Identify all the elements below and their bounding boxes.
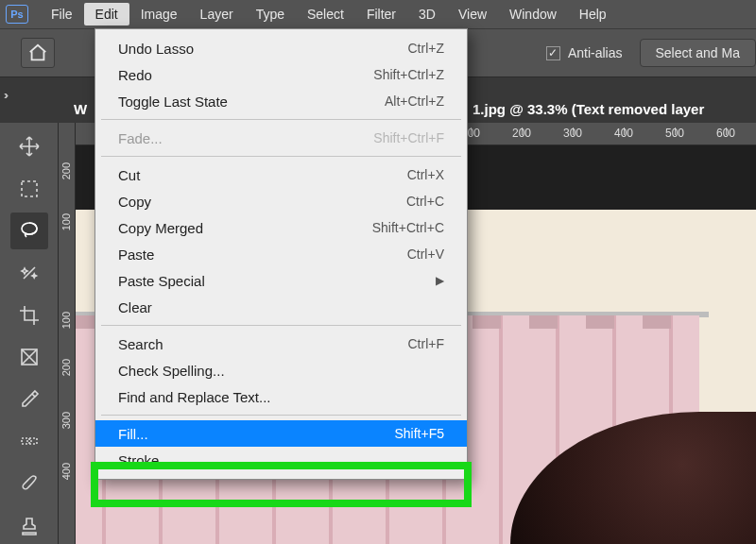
menu-view[interactable]: View xyxy=(447,3,498,26)
menu-file[interactable]: File xyxy=(40,3,84,26)
ruler-vtick: 100 xyxy=(60,213,72,230)
menu-item-undo-lasso[interactable]: Undo LassoCtrl+Z xyxy=(95,35,467,61)
select-and-mask-button[interactable]: Select and Ma xyxy=(640,39,757,67)
menu-item-copy-merged[interactable]: Copy MergedShift+Ctrl+C xyxy=(95,214,467,241)
ruler-vtick: 100 xyxy=(60,312,72,329)
home-button[interactable] xyxy=(21,38,55,68)
antialias-label: Anti-alias xyxy=(568,45,623,60)
menu-3d[interactable]: 3D xyxy=(407,3,447,26)
menu-item-label: Cut xyxy=(118,167,140,183)
menu-item-label: Paste Special xyxy=(118,273,205,289)
menu-item-clear[interactable]: Clear xyxy=(95,294,467,320)
ruler-tick: 500 xyxy=(665,127,684,140)
frame-tool[interactable] xyxy=(10,339,48,376)
menu-item-shortcut: Shift+Ctrl+F xyxy=(373,130,444,145)
crop-tool[interactable] xyxy=(10,297,48,333)
menu-item-stroke[interactable]: Stroke... xyxy=(95,447,467,473)
ruler-tick: 300 xyxy=(563,127,582,140)
svg-point-1 xyxy=(22,223,37,234)
menu-item-paste-special[interactable]: Paste Special▶ xyxy=(95,267,467,294)
antialias-checkbox[interactable]: ✓ Anti-alias xyxy=(546,45,623,60)
submenu-arrow-icon: ▶ xyxy=(436,274,444,287)
menu-item-label: Clear xyxy=(118,299,152,315)
menu-item-label: Find and Replace Text... xyxy=(118,389,270,405)
menu-separator xyxy=(101,119,461,120)
menu-item-fill[interactable]: Fill...Shift+F5 xyxy=(95,420,467,447)
menu-bar: Ps FileEditImageLayerTypeSelectFilter3DV… xyxy=(0,0,756,28)
menu-item-label: Fill... xyxy=(118,426,148,442)
menu-separator xyxy=(101,415,461,416)
menu-item-fade: Fade...Shift+Ctrl+F xyxy=(95,125,467,151)
menu-help[interactable]: Help xyxy=(568,3,618,26)
move-tool[interactable] xyxy=(10,128,48,165)
document-tab-initial: W xyxy=(74,101,87,117)
ruler-vtick: 200 xyxy=(60,359,72,376)
check-icon: ✓ xyxy=(546,46,560,60)
menu-item-shortcut: Alt+Ctrl+Z xyxy=(385,94,444,109)
menu-item-label: Fade... xyxy=(118,130,163,146)
menu-item-shortcut: Ctrl+V xyxy=(407,246,444,262)
menu-select[interactable]: Select xyxy=(296,3,355,26)
menu-item-shortcut: Shift+Ctrl+C xyxy=(372,220,444,235)
menu-item-toggle-last-state[interactable]: Toggle Last StateAlt+Ctrl+Z xyxy=(95,88,467,114)
menu-item-paste[interactable]: PasteCtrl+V xyxy=(95,241,467,267)
menu-item-find-and-replace-text[interactable]: Find and Replace Text... xyxy=(95,383,467,410)
menu-item-label: Toggle Last State xyxy=(118,94,228,110)
menu-item-label: Redo xyxy=(118,67,152,83)
healing-brush-tool[interactable] xyxy=(10,423,48,460)
menu-item-label: Stroke... xyxy=(118,452,171,468)
ruler-tick: 600 xyxy=(716,127,735,140)
menu-item-check-spelling[interactable]: Check Spelling... xyxy=(95,357,467,383)
brush-tool[interactable] xyxy=(10,466,48,502)
menu-image[interactable]: Image xyxy=(129,3,189,26)
document-tab[interactable]: 1.jpg @ 33.3% (Text removed layer xyxy=(472,101,704,117)
tools-panel xyxy=(0,123,59,544)
home-icon xyxy=(27,42,48,63)
menu-separator xyxy=(101,156,461,157)
edit-menu-dropdown: Undo LassoCtrl+ZRedoShift+Ctrl+ZToggle L… xyxy=(94,28,468,480)
ruler-vtick: 300 xyxy=(60,412,72,429)
menu-item-search[interactable]: SearchCtrl+F xyxy=(95,331,467,357)
ruler-tick: 200 xyxy=(512,127,531,140)
ruler-vtick: 200 xyxy=(60,162,72,179)
menu-item-shortcut: Ctrl+F xyxy=(408,336,445,351)
stamp-tool[interactable] xyxy=(10,507,48,544)
menu-item-label: Paste xyxy=(118,246,154,263)
menu-item-shortcut: Ctrl+X xyxy=(407,167,444,182)
menu-item-label: Search xyxy=(118,336,163,352)
menu-layer[interactable]: Layer xyxy=(189,3,245,26)
menu-separator xyxy=(101,325,461,326)
menu-item-shortcut: Shift+Ctrl+Z xyxy=(373,67,444,82)
menu-item-shortcut: Ctrl+Z xyxy=(408,41,445,56)
eyedropper-tool[interactable] xyxy=(10,382,48,418)
magic-wand-tool[interactable] xyxy=(10,255,48,292)
menu-item-redo[interactable]: RedoShift+Ctrl+Z xyxy=(95,61,467,88)
menu-item-label: Check Spelling... xyxy=(118,363,225,379)
collapse-chevrons-icon[interactable]: ›› xyxy=(4,89,6,102)
marquee-tool[interactable] xyxy=(10,171,48,208)
ruler-vtick: 400 xyxy=(60,463,72,480)
menu-window[interactable]: Window xyxy=(498,3,568,26)
svg-rect-0 xyxy=(22,181,37,196)
menu-edit[interactable]: Edit xyxy=(84,3,129,26)
menu-type[interactable]: Type xyxy=(245,3,296,26)
app-logo: Ps xyxy=(6,5,28,24)
menu-item-label: Copy Merged xyxy=(118,220,203,236)
menu-item-shortcut: Shift+F5 xyxy=(394,426,444,441)
menu-item-copy[interactable]: CopyCtrl+C xyxy=(95,188,467,214)
menu-filter[interactable]: Filter xyxy=(355,3,407,26)
vertical-ruler: 200100100200300400 xyxy=(59,123,76,544)
menu-item-shortcut: Ctrl+C xyxy=(406,194,444,209)
menu-item-label: Undo Lasso xyxy=(118,41,194,57)
menu-item-label: Copy xyxy=(118,194,151,210)
lasso-tool[interactable] xyxy=(10,212,48,249)
menu-item-cut[interactable]: CutCtrl+X xyxy=(95,162,467,188)
ruler-tick: 400 xyxy=(614,127,633,140)
